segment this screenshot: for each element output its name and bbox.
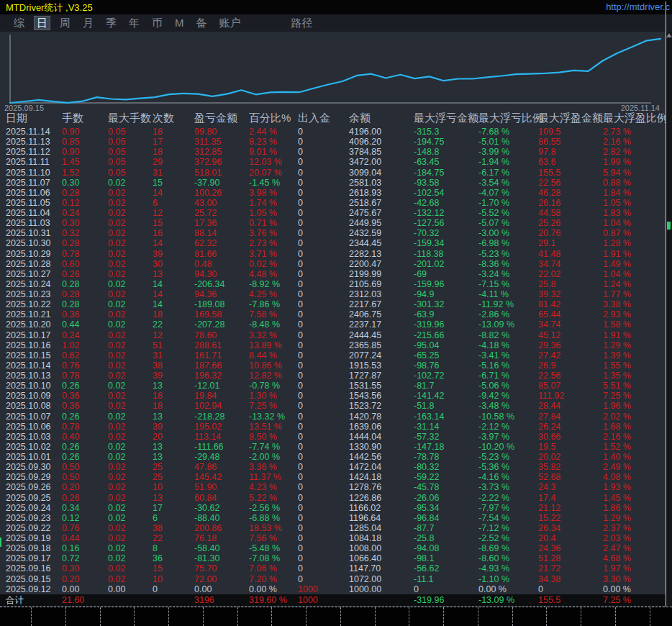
table-cell: 28.44 [538, 401, 603, 411]
table-row[interactable]: 2025.09.220.760.0238200.8618.53 %01285.0… [0, 523, 666, 533]
table-row[interactable]: 2025.09.240.340.0217-30.62-2.56 %01166.0… [0, 503, 666, 513]
table-cell: 0.78 [62, 249, 108, 259]
column-header[interactable]: 手数 [62, 112, 108, 125]
table-row[interactable]: 2025.11.040.240.021225.721.05 %02475.67-… [0, 208, 666, 218]
table-row[interactable]: 2025.09.180.160.028-58.40-5.48 %01008.00… [0, 543, 666, 553]
table-row[interactable]: 2025.09.120.000.0000.000.00 %10001000.00… [0, 584, 666, 594]
table-row[interactable]: 2025.09.260.200.021051.904.23 %01278.76-… [0, 482, 666, 492]
table-row[interactable]: 2025.10.030.400.0220113.148.50 %01444.04… [0, 432, 666, 442]
table-row[interactable]: 2025.10.270.260.021394.304.48 %02199.99-… [0, 269, 666, 279]
table-row[interactable]: 2025.09.150.200.021072.007.20 %01072.00-… [0, 574, 666, 584]
table-cell: 2200.47 [349, 259, 414, 269]
column-header[interactable]: 百分比% [249, 112, 298, 125]
table-cell: 0.02 [108, 381, 153, 391]
bottom-bar[interactable] [0, 607, 672, 626]
column-header[interactable]: 最大浮亏比例 [478, 112, 538, 125]
table-cell: 0 [298, 452, 349, 462]
table-cell: 2025.10.02 [6, 442, 62, 452]
table-row[interactable]: 2025.10.300.280.021462.322.73 %02344.45-… [0, 238, 666, 248]
menu-item-m[interactable]: M [173, 17, 186, 30]
table-row[interactable]: 2025.11.111.450.0529372.9612.03 %03472.0… [0, 157, 666, 167]
menu-item-day[interactable]: 日 [35, 17, 50, 30]
table-row[interactable]: 2025.11.070.300.0215-37.90-1.45 %02581.0… [0, 178, 666, 188]
table-cell: -8.60 % [478, 553, 538, 563]
table-row[interactable]: 2025.11.120.900.0518312.859.01 %03784.85… [0, 147, 666, 157]
menu-item-month[interactable]: 月 [81, 17, 96, 30]
table-cell: 0.02 [108, 482, 153, 492]
menu-item-year[interactable]: 年 [127, 17, 142, 30]
table-row[interactable]: 2025.10.170.240.021278.603.32 %02444.45-… [0, 330, 666, 340]
table-cell: 2025.11.06 [6, 188, 62, 198]
table-row[interactable]: 2025.10.240.280.0214-206.34-8.92 %02105.… [0, 279, 666, 289]
table-cell: 1084.18 [349, 533, 414, 543]
table-row[interactable]: 2025.09.250.260.021360.845.22 %01226.86-… [0, 493, 666, 503]
menu-item-path[interactable]: 路径 [289, 17, 315, 30]
table-row[interactable]: 2025.09.300.500.022547.863.36 %01472.04-… [0, 462, 666, 472]
table-cell: 0.02 [108, 472, 153, 482]
table-row[interactable]: 2025.11.060.280.0214100.263.98 %02618.93… [0, 188, 666, 198]
table-row[interactable]: 2025.10.280.600.02300.480.02 %02200.47-2… [0, 259, 666, 269]
bottom-bar-tick [168, 607, 169, 626]
table-row[interactable]: 2025.10.070.260.0213-218.28-13.32 %01420… [0, 412, 666, 422]
table-cell: 2.93 % [603, 309, 666, 319]
table-cell: 0.36 [62, 309, 108, 319]
table-row[interactable]: 2025.10.100.260.0213-12.01-0.78 %01531.5… [0, 381, 666, 391]
table-row[interactable]: 2025.09.170.720.0236-81.30-7.08 %01066.4… [0, 553, 666, 563]
table-row[interactable]: 2025.09.230.120.026-88.40-6.88 %01196.64… [0, 513, 666, 523]
table-row[interactable]: 2025.10.210.360.0218169.587.58 %02406.75… [0, 309, 666, 319]
table-row[interactable]: 2025.11.030.300.021517.360.71 %02449.95-… [0, 218, 666, 228]
column-header[interactable]: 最大浮盈比例 [603, 112, 666, 125]
table-cell: 45.12 [538, 330, 603, 340]
table-row[interactable]: 2025.10.020.260.0213-111.66-7.74 %01330.… [0, 442, 666, 452]
table-row[interactable]: 2025.09.190.440.022276.187.56 %01084.18-… [0, 533, 666, 543]
table-row[interactable]: 2025.10.140.760.0238187.6610.86 %01915.5… [0, 360, 666, 371]
table-row[interactable]: 2025.10.220.280.0214-189.08-7.86 %02217.… [0, 299, 666, 309]
menu-item-quarter[interactable]: 季 [104, 17, 119, 30]
table-cell: 2518.67 [349, 198, 414, 208]
column-header[interactable]: 最大浮盈金额 [538, 112, 603, 125]
table-row[interactable]: 2025.10.010.260.0213-29.48-2.00 %01442.5… [0, 452, 666, 462]
column-header[interactable]: 余额 [349, 112, 414, 125]
column-header[interactable]: 出入金 [298, 112, 349, 125]
table-cell: 21.12 [538, 503, 603, 513]
table-row[interactable]: 2025.10.130.780.0239196.3212.82 %01727.8… [0, 371, 666, 381]
table-row[interactable]: 2025.10.080.360.0218102.947.25 %01523.72… [0, 401, 666, 411]
table-row[interactable]: 2025.10.310.320.021688.143.76 %02432.59-… [0, 228, 666, 238]
website-link[interactable]: http://mtdriver.c [606, 1, 670, 12]
table-cell: 0 [298, 422, 349, 432]
menu-item-currency[interactable]: 币 [150, 17, 165, 30]
table-row[interactable]: 2025.09.290.500.0225145.4211.37 %01424.1… [0, 472, 666, 482]
table-row[interactable]: 2025.10.230.280.021494.364.25 %02312.03-… [0, 289, 666, 299]
column-header[interactable]: 次数 [153, 112, 194, 125]
column-header[interactable]: 最大浮亏金额 [414, 112, 478, 125]
menu-item-week[interactable]: 周 [58, 17, 73, 30]
scroll-up-arrow-icon[interactable] [666, 33, 672, 37]
table-row[interactable]: 2025.10.200.440.0222-207.28-8.48 %02237.… [0, 319, 666, 330]
vertical-scrollbar[interactable] [666, 32, 672, 607]
menu-item-note[interactable]: 备 [194, 17, 209, 30]
table-cell: 20.02 [538, 452, 603, 462]
table-row[interactable]: 2025.10.150.620.0231161.718.44 %02077.24… [0, 350, 666, 360]
table-row[interactable]: 2025.09.160.300.021575.707.06 %01147.70-… [0, 563, 666, 573]
table-row[interactable]: 2025.10.060.780.0239195.0213.51 %01639.0… [0, 422, 666, 432]
table-row[interactable]: 2025.10.090.360.021819.841.30 %01543.56-… [0, 391, 666, 401]
table-row[interactable]: 2025.11.050.120.02643.001.74 %02518.67-4… [0, 198, 666, 208]
table-cell: 2237.17 [349, 319, 414, 330]
column-header[interactable]: 盈亏金额 [194, 112, 249, 125]
table-cell: 1.52 [62, 168, 108, 178]
table-row[interactable]: 2025.11.101.520.0531518.0120.07 %03099.0… [0, 168, 666, 178]
table-cell: 34.38 [538, 574, 603, 584]
table-cell: 0 [298, 279, 349, 289]
table-row[interactable]: 2025.10.161.020.0251288.6113.89 %02365.8… [0, 340, 666, 350]
table-cell: 1.28 % [603, 238, 666, 248]
menu-item-account[interactable]: 账户 [217, 17, 243, 30]
menu-item-summary[interactable]: 综 [12, 17, 27, 30]
table-row[interactable]: 2025.11.130.850.0517311.358.23 %04096.20… [0, 137, 666, 147]
table-row[interactable]: 2025.11.140.900.051899.802.44 %04196.00-… [0, 127, 666, 137]
table-cell: -7.74 % [249, 442, 298, 452]
table-row[interactable]: 2025.10.290.780.023981.663.71 %02282.13-… [0, 249, 666, 259]
table-cell: 0.62 [62, 350, 108, 360]
column-header[interactable]: 日期 [6, 112, 62, 125]
table-cell: 0.26 [62, 269, 108, 279]
column-header[interactable]: 最大手数 [108, 112, 153, 125]
